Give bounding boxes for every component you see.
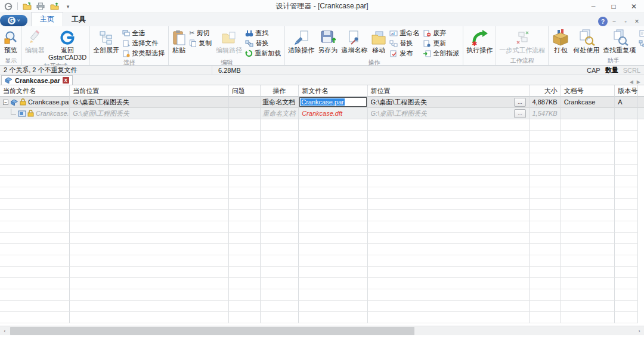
open-icon[interactable] <box>21 1 32 12</box>
replace-document-icon <box>389 40 398 47</box>
where-used-button[interactable]: 何处使用 <box>571 27 601 55</box>
qat-dropdown-icon[interactable]: ▾ <box>63 1 73 12</box>
tab-scroll-left-icon[interactable]: ◀ <box>630 79 633 85</box>
column-header-problem[interactable]: 问题 <box>229 85 261 97</box>
edit-path-button[interactable]: 编辑路径 <box>214 27 244 55</box>
maximize-button[interactable]: □ <box>603 0 624 13</box>
assign-all-button[interactable]: 全部指派 <box>422 48 462 58</box>
publish-button[interactable]: 发布 <box>388 48 422 58</box>
column-header-new-name[interactable]: 新文件名 <box>299 85 367 97</box>
discard-label: 废弃 <box>433 29 446 38</box>
tab-scroll-right-icon[interactable]: ▶ <box>637 79 640 85</box>
part-file-icon <box>10 99 18 106</box>
version-cell: A <box>615 97 638 108</box>
select-files-button[interactable]: 选择文件 <box>121 38 167 48</box>
grid-header-row: 当前文件名 当前位置 问题 操作 新文件名 新位置 大小 文档号 版本号 <box>0 85 644 97</box>
grid-row-crankcase-par[interactable]: − Crankcase.par G:\桌面\工程图丢失 重命名文档 Crankc… <box>0 97 644 108</box>
select-by-type-button[interactable]: 按类型选择 <box>121 48 167 58</box>
increment-name-icon <box>346 29 362 47</box>
action-cell[interactable]: 重命名文档 <box>261 108 299 119</box>
discard-button[interactable]: 废弃 <box>422 28 462 38</box>
grid-row-crankcase-dft[interactable]: Crankcase.dft G:\桌面\工程图丢失 重命名文档 Crankcas… <box>0 108 644 119</box>
export-icon[interactable] <box>49 1 60 12</box>
column-header-new-location[interactable]: 新位置 <box>368 85 530 97</box>
one-step-workflow-button[interactable]: 一步式工作流程 <box>497 27 547 55</box>
clear-operations-button[interactable]: 清除操作 <box>286 27 316 55</box>
rename-button[interactable]: aI 重命名 <box>388 28 422 38</box>
num-indicator: 数量 <box>605 66 618 75</box>
problem-cell <box>229 97 261 108</box>
preview-button[interactable]: 预览 <box>1 27 20 55</box>
document-tab-crankcase[interactable]: Crankcase.par x <box>1 75 73 85</box>
save-as-button[interactable]: 另存为 <box>316 27 339 55</box>
paste-icon <box>172 29 186 47</box>
return-gstarcad3d-button[interactable]: 返回 GstarCAD3D <box>47 27 88 62</box>
one-step-workflow-icon <box>514 29 531 47</box>
edit-path-label: 编辑路径 <box>216 47 242 54</box>
document-tab-label: Crankcase.par <box>15 77 60 84</box>
replace-button[interactable]: 替换 <box>244 38 283 48</box>
browse-button[interactable]: ... <box>514 109 526 118</box>
expand-all-icon <box>98 29 114 47</box>
mdi-close-button[interactable]: ✕ <box>632 17 642 26</box>
help-icon[interactable]: ? <box>598 17 608 26</box>
find-duplicates-button[interactable]: 查找重复项 <box>601 27 637 55</box>
column-header-action[interactable]: 操作 <box>261 85 299 97</box>
scrollbar-thumb[interactable] <box>10 327 414 335</box>
find-button[interactable]: 查找 <box>244 28 283 38</box>
perform-operations-icon: ✱ <box>470 29 488 47</box>
browse-button[interactable]: ... <box>514 98 526 107</box>
show-parents-button[interactable]: 显示父代 <box>637 38 644 48</box>
scroll-right-icon[interactable]: › <box>634 328 644 334</box>
new-location: G:\桌面\工程图丢失 <box>371 109 428 118</box>
paste-label: 粘贴 <box>172 47 185 54</box>
horizontal-scrollbar[interactable]: ‹ › <box>0 326 644 335</box>
reload-button[interactable]: 重新加载 <box>244 48 283 58</box>
ribbon-group-open-with: 编辑器 返回 GstarCAD3D 打开方式 <box>22 26 90 65</box>
paste-button[interactable]: 粘贴 <box>170 27 188 55</box>
new-name-cell[interactable]: Crankcase.dft <box>299 108 367 119</box>
column-header-current-name[interactable]: 当前文件名 <box>0 85 70 97</box>
increment-name-button[interactable]: 递增名称 <box>339 27 369 55</box>
report-button[interactable]: 报告 <box>637 28 644 38</box>
select-all-button[interactable]: 全选 <box>121 28 167 38</box>
update-button[interactable]: 更新 <box>422 38 462 48</box>
column-header-current-location[interactable]: 当前位置 <box>70 85 228 97</box>
scroll-left-icon[interactable]: ‹ <box>0 328 10 334</box>
mdi-restore-button[interactable]: ▫ <box>621 17 630 26</box>
column-header-size[interactable]: 大小 <box>530 85 561 97</box>
pack-button[interactable]: 打包 <box>550 27 571 55</box>
mdi-minimize-button[interactable]: – <box>609 17 619 26</box>
group-label-workflow: 工作流程 <box>496 57 548 65</box>
column-header-doc-number[interactable]: 文档号 <box>561 85 615 97</box>
quick-access-toolbar: ▾ <box>0 1 73 12</box>
application-menu-button[interactable]: G ˅ <box>0 15 27 26</box>
close-button[interactable]: ✕ <box>624 0 644 13</box>
editor-button[interactable]: 编辑器 <box>23 27 47 55</box>
tree-connector <box>11 109 16 115</box>
action-cell[interactable]: 重命名文档 <box>261 97 299 108</box>
replace-label: 替换 <box>255 39 268 48</box>
tab-home[interactable]: 主页 <box>31 12 63 26</box>
tab-close-icon[interactable]: x <box>63 77 69 84</box>
empty-grid-row <box>0 278 644 289</box>
perform-operations-button[interactable]: ✱ 执行操作 <box>465 27 494 55</box>
minimize-button[interactable]: – <box>583 0 603 13</box>
empty-grid-row <box>0 119 644 131</box>
cut-button[interactable]: ✂ 剪切 <box>188 28 214 38</box>
app-logo-icon[interactable] <box>3 1 14 12</box>
print-icon[interactable] <box>35 1 46 12</box>
show-parents-icon <box>639 40 644 47</box>
report-icon <box>639 30 644 37</box>
version-cell <box>615 108 638 119</box>
pack-label: 打包 <box>554 47 567 54</box>
new-name-input[interactable]: Crankcase.par <box>299 97 366 107</box>
move-button[interactable]: 移动 <box>369 27 388 55</box>
tab-tools[interactable]: 工具 <box>63 13 94 26</box>
replace-document-button[interactable]: 替换 <box>388 38 422 48</box>
column-header-version[interactable]: 版本号 <box>615 85 638 97</box>
expand-all-button[interactable]: 全部展开 <box>91 27 121 55</box>
copy-button[interactable]: 复制 <box>188 38 214 48</box>
move-folder-icon <box>371 29 386 47</box>
collapse-expander-icon[interactable]: − <box>3 100 8 105</box>
